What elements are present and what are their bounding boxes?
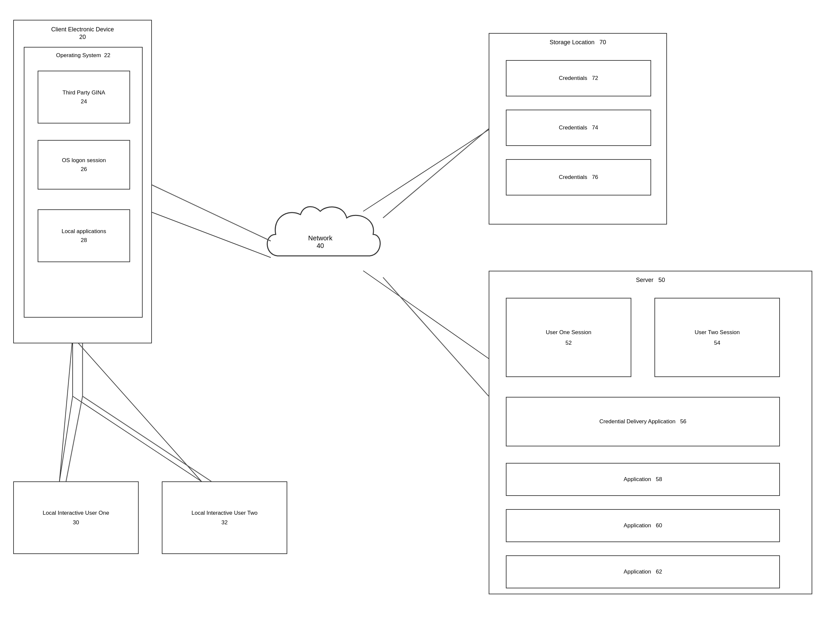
user-two-session-box: User Two Session 54 — [654, 298, 780, 377]
logon-box: OS logon session 26 — [38, 140, 130, 189]
application-60-label: Application 60 — [624, 522, 662, 529]
svg-line-2 — [363, 271, 495, 363]
storage-container: Storage Location 70 Credentials 72 Crede… — [489, 33, 667, 224]
gina-number: 24 — [81, 99, 87, 105]
diagram: Client Electronic Device 20 Operating Sy… — [0, 0, 840, 626]
credentials-76-label: Credentials 76 — [559, 174, 598, 181]
network-label: Network — [258, 235, 383, 242]
credentials-72-box: Credentials 72 — [506, 60, 651, 96]
server-container: Server 50 User One Session 52 User Two S… — [489, 271, 812, 594]
storage-label: Storage Location 70 — [490, 39, 666, 46]
user-one-session-number: 52 — [566, 340, 572, 346]
svg-line-10 — [383, 277, 489, 396]
application-62-label: Application 62 — [624, 568, 662, 575]
application-62-box: Application 62 — [506, 556, 780, 588]
svg-line-0 — [132, 205, 271, 258]
credential-delivery-box: Credential Delivery Application 56 — [506, 397, 780, 446]
svg-line-8 — [152, 185, 271, 241]
server-label: Server 50 — [490, 277, 812, 283]
application-58-label: Application 58 — [624, 476, 662, 483]
network-number: 40 — [258, 242, 383, 250]
user-two-session-label: User Two Session — [695, 329, 740, 336]
cloud-shape — [258, 201, 383, 300]
credentials-74-box: Credentials 74 — [506, 110, 651, 146]
svg-line-13 — [83, 396, 211, 481]
client-device-label: Client Electronic Device 20 — [14, 26, 151, 41]
local-user-two-number: 32 — [222, 520, 228, 526]
svg-line-4 — [73, 337, 202, 481]
local-user-one-box: Local Interactive User One 30 — [13, 481, 139, 554]
svg-line-9 — [383, 129, 489, 218]
user-one-session-label: User One Session — [546, 329, 591, 336]
os-container: Operating System 22 Third Party GINA 24 … — [24, 47, 142, 318]
gina-box: Third Party GINA 24 — [38, 70, 130, 124]
application-58-box: Application 58 — [506, 463, 780, 496]
svg-line-12 — [66, 396, 83, 481]
local-apps-number: 28 — [81, 237, 87, 244]
local-user-one-label: Local Interactive User One — [42, 509, 109, 517]
svg-line-6 — [59, 396, 73, 481]
application-60-box: Application 60 — [506, 509, 780, 542]
os-label: Operating System 22 — [24, 52, 142, 59]
logon-number: 26 — [81, 166, 87, 173]
user-two-session-number: 54 — [714, 340, 721, 346]
local-user-two-label: Local Interactive User Two — [191, 509, 258, 517]
local-apps-box: Local applications 28 — [38, 209, 130, 262]
network-cloud: Network 40 — [258, 191, 383, 310]
svg-line-1 — [363, 125, 495, 211]
local-apps-label: Local applications — [61, 228, 106, 235]
svg-line-3 — [59, 337, 73, 481]
credentials-72-label: Credentials 72 — [559, 75, 598, 81]
local-user-two-box: Local Interactive User Two 32 — [162, 481, 287, 554]
svg-line-7 — [73, 396, 202, 481]
credentials-76-box: Credentials 76 — [506, 159, 651, 196]
client-device-container: Client Electronic Device 20 Operating Sy… — [13, 20, 152, 343]
logon-label: OS logon session — [62, 157, 106, 164]
credential-delivery-label: Credential Delivery Application 56 — [599, 418, 687, 425]
user-one-session-box: User One Session 52 — [506, 298, 631, 377]
local-user-one-number: 30 — [73, 520, 79, 526]
credentials-74-label: Credentials 74 — [559, 124, 598, 131]
gina-label: Third Party GINA — [63, 89, 105, 96]
